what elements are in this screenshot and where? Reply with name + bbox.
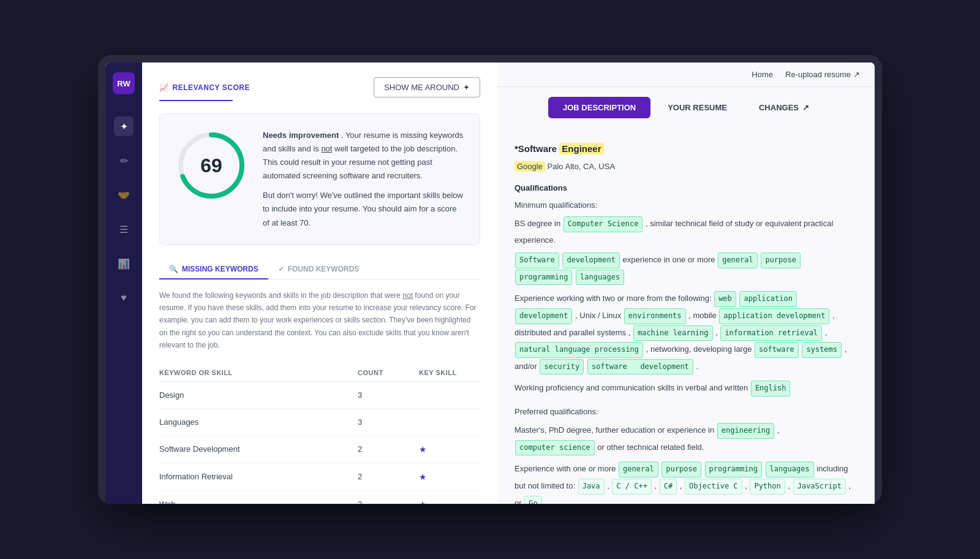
jd-para-bs: BS degree in Computer Science , similar … xyxy=(514,216,858,247)
tag-cs: Computer Science xyxy=(564,216,643,232)
tag-software-dev2: software development xyxy=(587,359,693,375)
sidebar-icon-handshake[interactable]: 🤝 xyxy=(114,185,134,205)
jd-company-highlight: Google xyxy=(514,161,545,172)
tag-languages2: languages xyxy=(766,462,814,477)
tag-systems: systems xyxy=(802,342,842,358)
content-split: 📈 RELEVANCY SCORE SHOW ME AROUND ✦ xyxy=(142,63,875,504)
table-row: Design 3 xyxy=(159,382,480,409)
keyword-star-info-retrieval: ★ xyxy=(419,472,480,482)
score-label: Needs improvement xyxy=(263,131,339,140)
tab-your-resume[interactable]: YOUR RESUME xyxy=(653,97,742,118)
show-me-around-button[interactable]: SHOW ME AROUND ✦ xyxy=(374,77,480,97)
right-panel: Home Re-upload resume ↗ JOB DESCRIPTION … xyxy=(497,63,875,504)
changes-icon: ↗ xyxy=(802,103,809,112)
keyword-count-info-retrieval: 2 xyxy=(358,472,419,481)
sidebar-icon-list[interactable]: ☰ xyxy=(114,219,134,239)
table-row: Web 2 ★ xyxy=(159,491,480,504)
jd-company-rest: Palo Alto, CA, USA xyxy=(548,162,616,171)
sidebar-logo[interactable]: RW xyxy=(113,72,135,94)
tag-js: JavaScript xyxy=(793,479,846,495)
screen: RW ✦ ✏ 🤝 ☰ 📊 ♥ 📈 RELEVANCY SCORE xyxy=(105,63,875,504)
not-text: not xyxy=(402,291,413,300)
tag-purpose: purpose xyxy=(761,253,801,268)
keyword-name-web: Web xyxy=(159,500,358,504)
tag-programming2: programming xyxy=(705,462,762,477)
score-card: 69 Needs improvement . Your resume is mi… xyxy=(159,113,480,245)
keyword-name-software-dev: Software Development xyxy=(159,444,358,454)
tag-development2: development xyxy=(515,308,572,324)
tag-application: application xyxy=(739,291,796,307)
jd-para-masters: Master's, PhD degree, further education … xyxy=(514,422,858,456)
search-icon: 🔍 xyxy=(169,265,178,273)
tag-info-retrieval: information retrieval xyxy=(720,325,822,341)
keywords-table: KEYWORD OR SKILL COUNT KEY SKILL Design … xyxy=(159,364,480,504)
tab-job-description[interactable]: JOB DESCRIPTION xyxy=(548,97,650,118)
keywords-tabs: 🔍 MISSING KEYWORDS ✓ FOUND KEYWORDS xyxy=(159,260,480,280)
tab-changes[interactable]: CHANGES ↗ xyxy=(744,97,824,118)
relevancy-underline xyxy=(159,100,233,101)
sidebar-icon-heart[interactable]: ♥ xyxy=(114,288,134,308)
sidebar-icon-magic[interactable]: ✦ xyxy=(114,116,134,136)
left-panel: 📈 RELEVANCY SCORE SHOW ME AROUND ✦ xyxy=(142,63,497,504)
col-key-skill: KEY SKILL xyxy=(419,369,480,376)
tab-missing-keywords[interactable]: 🔍 MISSING KEYWORDS xyxy=(159,260,268,280)
sidebar-icon-chart[interactable]: 📊 xyxy=(114,254,134,273)
keyword-count-languages: 3 xyxy=(358,417,419,427)
reupload-icon: ↗ xyxy=(853,70,860,79)
sidebar-icon-edit[interactable]: ✏ xyxy=(114,151,134,170)
tag-objc: Objective C xyxy=(685,479,742,495)
keyword-count-software-dev: 2 xyxy=(358,444,419,454)
jd-title-prefix: *Software xyxy=(514,143,559,154)
score-value: 69 xyxy=(200,154,222,177)
score-circle: 69 xyxy=(175,129,248,202)
tag-languages1: languages xyxy=(576,270,624,286)
jd-pref-qual: Preferred qualifications: xyxy=(514,405,858,419)
tag-python: Python xyxy=(750,479,785,495)
tag-nlp: natural language processing xyxy=(515,342,643,358)
check-icon: ✓ xyxy=(278,265,284,273)
tag-english: English xyxy=(751,381,791,397)
relevancy-header: 📈 RELEVANCY SCORE SHOW ME AROUND ✦ xyxy=(159,77,480,97)
tag-software2: software xyxy=(755,342,799,358)
home-link[interactable]: Home xyxy=(752,70,773,79)
tag-web: web xyxy=(714,291,736,307)
tag-csharp: C# xyxy=(660,479,677,495)
top-nav: Home Re-upload resume ↗ xyxy=(497,63,875,87)
tag-security: security xyxy=(540,359,584,375)
main-area: 📈 RELEVANCY SCORE SHOW ME AROUND ✦ xyxy=(142,63,875,504)
jd-para-working: Working proficiency and communication sk… xyxy=(514,380,858,397)
keyword-name-design: Design xyxy=(159,390,358,400)
tag-programming: programming xyxy=(515,270,572,286)
jd-min-qual: Minimum qualifications: xyxy=(514,198,858,212)
tag-java: Java xyxy=(578,479,605,495)
keyword-count-web: 2 xyxy=(358,500,419,504)
magic-icon: ✦ xyxy=(463,83,470,92)
jd-content: *Software Engineer Google Palo Alto, CA,… xyxy=(497,128,875,504)
keyword-star-software-dev: ★ xyxy=(419,444,480,454)
keyword-count-design: 3 xyxy=(358,390,419,400)
table-header: KEYWORD OR SKILL COUNT KEY SKILL xyxy=(159,364,480,382)
tag-general2: general xyxy=(619,462,658,477)
table-row: Languages 3 xyxy=(159,409,480,436)
jd-para-experience: Experience working with two or more from… xyxy=(514,291,858,375)
table-row: Software Development 2 ★ xyxy=(159,436,480,463)
reupload-link[interactable]: Re-upload resume ↗ xyxy=(785,70,860,79)
keyword-name-languages: Languages xyxy=(159,417,358,427)
tag-computer-science2: computer science xyxy=(515,440,595,456)
tag-cpp: C / C++ xyxy=(612,479,652,495)
jd-para-software-dev: Software development experience in one o… xyxy=(514,252,858,286)
relevancy-title: 📈 RELEVANCY SCORE xyxy=(159,83,250,92)
jd-para-pref-langs: Experience with one or more general purp… xyxy=(514,461,858,504)
keyword-star-web: ★ xyxy=(419,500,480,504)
keywords-description: We found the following keywords and skil… xyxy=(159,289,480,352)
col-count: COUNT xyxy=(358,369,419,376)
tag-development: development xyxy=(562,253,619,268)
tag-general: general xyxy=(718,253,758,268)
tag-go: Go xyxy=(524,496,541,504)
col-keyword: KEYWORD OR SKILL xyxy=(159,369,358,376)
tab-found-keywords[interactable]: ✓ FOUND KEYWORDS xyxy=(268,260,369,280)
score-text: Needs improvement . Your resume is missi… xyxy=(263,129,465,230)
right-tabs: JOB DESCRIPTION YOUR RESUME CHANGES ↗ xyxy=(497,87,875,128)
table-row: Information Retrieval 2 ★ xyxy=(159,463,480,491)
tag-engineering: engineering xyxy=(717,423,774,439)
